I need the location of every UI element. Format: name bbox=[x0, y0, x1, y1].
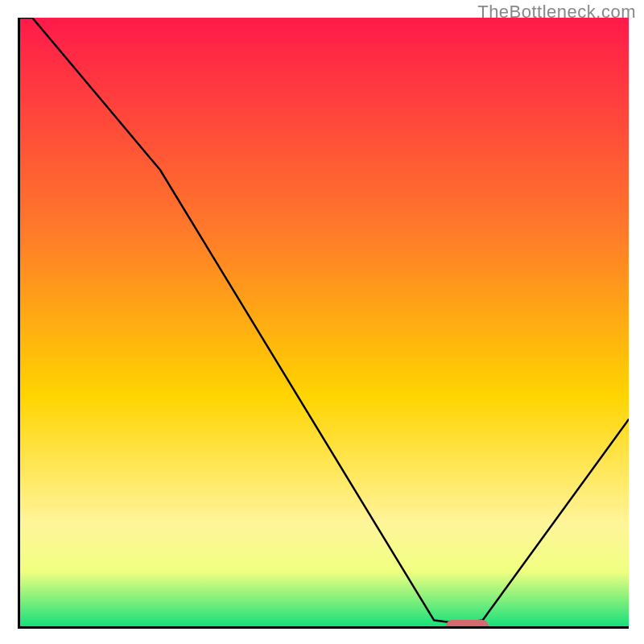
plot-area bbox=[18, 18, 629, 629]
bottleneck-curve bbox=[20, 18, 629, 626]
watermark-text: TheBottleneck.com bbox=[477, 2, 636, 23]
chart-container: TheBottleneck.com bbox=[0, 0, 644, 644]
optimal-marker bbox=[446, 620, 489, 629]
